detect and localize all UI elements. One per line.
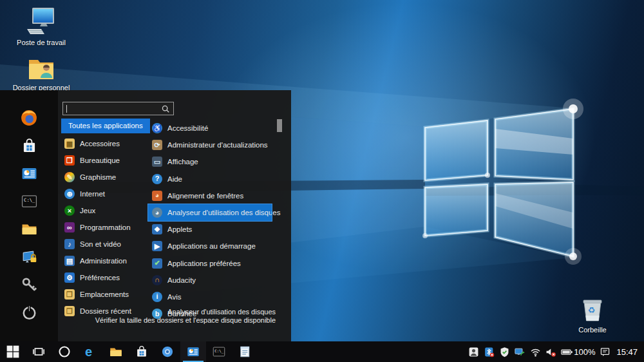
password-keys-icon bbox=[21, 276, 37, 292]
app-analyseur-disques[interactable]: ◕Analyseur d'utilisation des disques bbox=[148, 204, 272, 221]
notifications-icon[interactable] bbox=[600, 347, 611, 357]
scrollbar-thumb[interactable] bbox=[277, 119, 282, 132]
taskbar-notepad-button[interactable] bbox=[232, 341, 258, 362]
taskbar-edge-button[interactable] bbox=[77, 341, 103, 362]
tray-bluetooth-disabled[interactable] bbox=[484, 347, 495, 357]
category-emplacements[interactable]: ❒Emplacements bbox=[61, 286, 150, 303]
system-monitor-icon bbox=[21, 166, 37, 182]
category-label: Internet bbox=[80, 190, 105, 198]
lock-screen-icon bbox=[21, 249, 37, 265]
search-input[interactable] bbox=[68, 102, 161, 115]
category-label: Emplacements bbox=[80, 291, 129, 298]
start-menu-main: Toutes les applications ▦Accessoires❒Bur… bbox=[58, 90, 291, 341]
accessoires-icon: ▦ bbox=[64, 138, 75, 149]
taskbar-terminal-button[interactable] bbox=[206, 341, 232, 362]
category-preferences[interactable]: ⚙Préférences bbox=[61, 269, 150, 286]
taskbar-file-explorer-button[interactable] bbox=[103, 341, 129, 362]
app-aide[interactable]: ?Aide bbox=[148, 171, 272, 187]
battery-indicator[interactable]: 100% bbox=[561, 347, 595, 357]
category-label: Préférences bbox=[80, 274, 120, 281]
tray-security-shield[interactable] bbox=[499, 347, 510, 357]
bluetooth-disabled-icon bbox=[484, 347, 495, 357]
sidebar-firefox-button[interactable] bbox=[18, 108, 40, 128]
clock: 15:47 bbox=[616, 347, 638, 357]
power-icon bbox=[21, 304, 37, 320]
tray-wifi[interactable] bbox=[530, 347, 541, 357]
category-label: Accessoires bbox=[80, 140, 120, 148]
wifi-icon bbox=[530, 347, 541, 357]
app-description-subtitle: Vérifier la taille des dossiers et l'esp… bbox=[95, 316, 276, 325]
app-audacity[interactable]: ∩Audacity bbox=[148, 272, 272, 289]
category-label: Administration bbox=[80, 257, 127, 265]
emplacements-icon: ❒ bbox=[64, 289, 75, 300]
sidebar-terminal-button[interactable] bbox=[18, 191, 40, 211]
alignement-fenetres-icon: ◕ bbox=[152, 191, 162, 201]
app-administrateur-actualizations[interactable]: ⟳Administrateur d'actualizations bbox=[148, 137, 272, 153]
app-applications-demarrage[interactable]: ▶Applications au démarrage bbox=[148, 238, 272, 254]
app-affichage[interactable]: ▭Affichage bbox=[148, 153, 272, 170]
category-son-et-video[interactable]: ♪Son et vidéo bbox=[61, 236, 150, 252]
chromium-icon bbox=[161, 345, 174, 358]
bureautique-icon: ❒ bbox=[64, 155, 75, 166]
applets-icon: ❖ bbox=[152, 224, 162, 234]
app-description-title: Analyseur d'utilisation des disques bbox=[95, 308, 276, 316]
start-icon bbox=[6, 345, 19, 358]
volume-muted-icon bbox=[545, 347, 556, 357]
sidebar-power-button[interactable] bbox=[18, 302, 40, 321]
system-monitor-icon bbox=[187, 345, 200, 358]
sidebar-password-keys-button[interactable] bbox=[18, 274, 40, 294]
graphisme-icon: ✎ bbox=[64, 172, 75, 182]
taskbar-start-button[interactable] bbox=[0, 341, 26, 362]
tray-display-update[interactable] bbox=[515, 347, 526, 357]
desktop-icon-poste-de-travail[interactable]: Poste de travail bbox=[10, 8, 72, 46]
desktop-icon-dossier-personnel[interactable]: Dossier personnel bbox=[10, 57, 72, 91]
avis-icon: i bbox=[152, 292, 162, 302]
app-avis[interactable]: iAvis bbox=[148, 289, 272, 305]
app-applications-preferees[interactable]: ✔Applications préférées bbox=[148, 255, 272, 272]
taskbar-store-button[interactable] bbox=[129, 341, 155, 362]
app-label: Aide bbox=[167, 175, 182, 183]
folder-user-icon bbox=[27, 57, 55, 81]
category-programmation[interactable]: ∞Programmation bbox=[61, 219, 150, 236]
category-jeux[interactable]: ×Jeux bbox=[61, 202, 150, 219]
sidebar-file-manager-button[interactable] bbox=[18, 219, 40, 238]
preferences-icon: ⚙ bbox=[64, 272, 75, 283]
category-label: Jeux bbox=[80, 207, 95, 214]
edge-icon bbox=[84, 345, 97, 358]
app-alignement-fenetres[interactable]: ◕Alignement de fenêtres bbox=[148, 187, 272, 204]
sidebar-system-monitor-button[interactable] bbox=[18, 164, 40, 183]
taskbar-task-view-button[interactable] bbox=[26, 341, 52, 362]
taskbar-system-monitor-button[interactable] bbox=[180, 341, 206, 362]
category-internet[interactable]: ⊕Internet bbox=[61, 186, 150, 202]
son-et-video-icon: ♪ bbox=[64, 239, 75, 249]
desktop-icon-label: Corbeille bbox=[562, 326, 623, 334]
app-label: Applets bbox=[167, 225, 192, 233]
category-label: Programmation bbox=[80, 224, 131, 231]
category-graphisme[interactable]: ✎Graphisme bbox=[61, 169, 150, 186]
sidebar-lock-screen-button[interactable] bbox=[18, 247, 40, 266]
battery-icon bbox=[561, 347, 573, 357]
store-icon bbox=[135, 345, 148, 358]
sidebar-software-store-button[interactable] bbox=[18, 136, 40, 155]
taskbar-chromium-button[interactable] bbox=[155, 341, 180, 362]
app-accessibilite[interactable]: ♿Accessibilité bbox=[148, 120, 272, 137]
all-applications-button[interactable]: Toutes les applications bbox=[61, 119, 150, 133]
taskbar-search-circle-button[interactable] bbox=[52, 341, 77, 362]
tray-volume-muted[interactable] bbox=[545, 347, 556, 357]
internet-icon: ⊕ bbox=[64, 189, 75, 199]
app-label: Analyseur d'utilisation des disques bbox=[167, 209, 280, 216]
tray-user[interactable] bbox=[468, 347, 479, 357]
category-label: Son et vidéo bbox=[80, 240, 121, 248]
app-label: Applications préférées bbox=[167, 260, 241, 267]
affichage-icon: ▭ bbox=[152, 157, 162, 167]
programmation-icon: ∞ bbox=[64, 222, 75, 233]
category-administration[interactable]: ▤Administration bbox=[61, 252, 150, 269]
app-applets[interactable]: ❖Applets bbox=[148, 221, 272, 238]
app-label: Applications au démarrage bbox=[167, 242, 256, 250]
category-bureautique[interactable]: ❒Bureautique bbox=[61, 152, 150, 169]
category-accessoires[interactable]: ▦Accessoires bbox=[61, 135, 150, 152]
user-icon bbox=[468, 347, 479, 357]
recycle-bin-icon bbox=[581, 298, 604, 323]
search-box[interactable] bbox=[62, 102, 174, 115]
desktop-icon-corbeille[interactable]: Corbeille bbox=[562, 298, 623, 334]
